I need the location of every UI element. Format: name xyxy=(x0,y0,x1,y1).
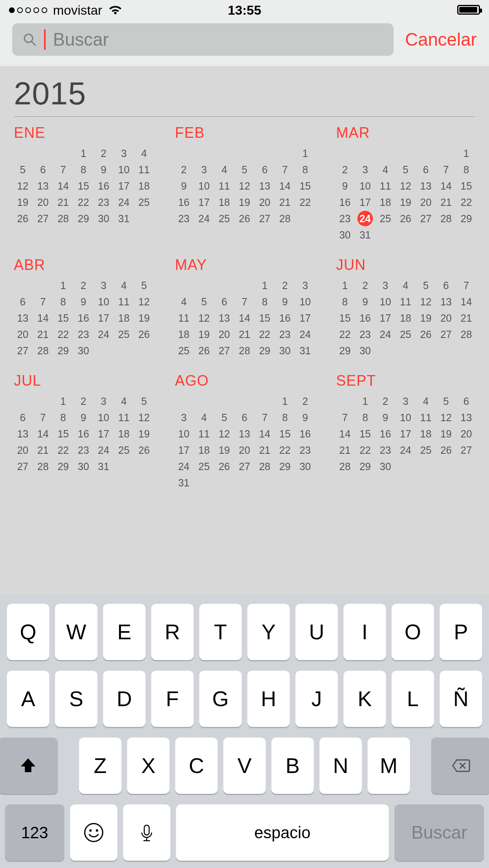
day-cell[interactable]: 14 xyxy=(256,427,274,441)
day-cell[interactable]: 10 xyxy=(397,411,415,424)
day-cell[interactable]: 30 xyxy=(296,459,314,473)
day-cell[interactable]: 19 xyxy=(195,327,213,341)
key-l[interactable]: L xyxy=(392,671,434,727)
day-cell[interactable]: 20 xyxy=(256,195,274,209)
day-cell[interactable]: 3 xyxy=(115,146,133,160)
day-cell[interactable]: 7 xyxy=(457,278,475,292)
day-cell[interactable]: 4 xyxy=(397,278,415,292)
day-cell[interactable]: 24 xyxy=(175,459,193,473)
day-cell[interactable]: 8 xyxy=(457,163,475,177)
day-cell[interactable]: 9 xyxy=(75,411,93,424)
day-cell[interactable]: 29 xyxy=(54,344,72,358)
day-cell[interactable]: 15 xyxy=(54,427,72,441)
calendar-year-view[interactable]: 2015 ENE12345678910111213141516171819202… xyxy=(0,66,489,507)
day-cell[interactable]: 10 xyxy=(115,163,133,177)
day-cell[interactable]: 29 xyxy=(336,344,354,358)
day-cell[interactable]: 13 xyxy=(14,311,32,325)
day-cell[interactable]: 19 xyxy=(437,427,455,441)
day-cell[interactable]: 1 xyxy=(75,146,93,160)
day-cell[interactable]: 12 xyxy=(135,411,153,424)
day-cell[interactable]: 4 xyxy=(216,163,233,177)
day-cell[interactable]: 11 xyxy=(115,411,133,424)
day-cell[interactable]: 11 xyxy=(195,427,213,441)
key-w[interactable]: W xyxy=(55,604,97,660)
day-cell[interactable]: 17 xyxy=(397,427,415,441)
day-cell[interactable]: 7 xyxy=(34,411,52,424)
day-cell[interactable]: 9 xyxy=(276,295,294,309)
day-cell[interactable]: 18 xyxy=(417,427,435,441)
day-cell[interactable]: 24 xyxy=(95,327,112,341)
day-cell[interactable]: 4 xyxy=(115,394,133,408)
day-cell[interactable]: 5 xyxy=(437,394,455,408)
day-cell[interactable]: 3 xyxy=(397,394,415,408)
day-cell[interactable]: 21 xyxy=(34,327,52,341)
day-cell[interactable]: 7 xyxy=(336,411,354,424)
day-cell[interactable]: 21 xyxy=(54,195,72,209)
day-cell[interactable]: 6 xyxy=(34,163,52,177)
shift-key[interactable] xyxy=(0,738,58,794)
day-cell[interactable]: 4 xyxy=(377,163,394,177)
day-cell[interactable]: 28 xyxy=(457,327,475,341)
day-cell[interactable]: 10 xyxy=(296,295,314,309)
numbers-key[interactable]: 123 xyxy=(5,804,64,861)
day-cell[interactable]: 10 xyxy=(95,411,112,424)
day-cell[interactable]: 2 xyxy=(377,394,394,408)
day-cell[interactable]: 18 xyxy=(195,443,213,457)
day-cell[interactable]: 22 xyxy=(75,195,93,209)
day-cell[interactable]: 25 xyxy=(377,212,394,225)
month-sept[interactable]: SEPT123456789101112131415161718192021222… xyxy=(336,372,475,490)
month-mar[interactable]: MAR1234567891011121314151617181920212223… xyxy=(336,124,475,242)
day-cell[interactable]: 1 xyxy=(336,278,354,292)
day-cell[interactable]: 17 xyxy=(175,443,193,457)
cancel-button[interactable]: Cancelar xyxy=(405,29,477,50)
key-r[interactable]: R xyxy=(151,604,194,660)
day-cell[interactable]: 11 xyxy=(417,411,435,424)
day-cell[interactable]: 29 xyxy=(256,344,274,358)
day-cell[interactable]: 16 xyxy=(75,311,93,325)
day-cell[interactable]: 25 xyxy=(397,327,415,341)
day-cell[interactable]: 27 xyxy=(457,443,475,457)
day-cell[interactable]: 4 xyxy=(417,394,435,408)
day-cell[interactable]: 9 xyxy=(75,295,93,309)
day-cell[interactable]: 16 xyxy=(336,195,354,209)
day-cell[interactable]: 14 xyxy=(437,179,455,193)
day-cell[interactable]: 21 xyxy=(236,327,253,341)
search-input[interactable]: Buscar xyxy=(12,23,394,56)
key-f[interactable]: F xyxy=(151,671,194,727)
backspace-key[interactable] xyxy=(431,738,489,794)
day-cell[interactable]: 9 xyxy=(296,411,314,424)
day-cell[interactable]: 8 xyxy=(336,295,354,309)
day-cell[interactable]: 31 xyxy=(115,212,133,225)
day-cell[interactable]: 3 xyxy=(95,394,112,408)
day-cell[interactable]: 3 xyxy=(195,163,213,177)
day-cell[interactable]: 25 xyxy=(115,327,133,341)
month-jun[interactable]: JUN1234567891011121314151617181920212223… xyxy=(336,256,475,358)
month-abr[interactable]: ABR1234567891011121314151617181920212223… xyxy=(14,256,153,358)
key-q[interactable]: Q xyxy=(7,604,49,660)
day-cell[interactable]: 29 xyxy=(75,212,93,225)
day-cell[interactable]: 19 xyxy=(135,427,153,441)
day-cell[interactable]: 2 xyxy=(296,394,314,408)
day-cell[interactable]: 20 xyxy=(437,311,455,325)
day-cell[interactable]: 7 xyxy=(276,163,294,177)
day-cell[interactable]: 3 xyxy=(95,278,112,292)
day-cell[interactable]: 20 xyxy=(34,195,52,209)
day-cell[interactable]: 1 xyxy=(296,146,314,160)
day-cell[interactable]: 18 xyxy=(175,327,193,341)
day-cell[interactable]: 20 xyxy=(457,427,475,441)
day-cell[interactable]: 16 xyxy=(75,427,93,441)
day-cell[interactable]: 3 xyxy=(377,278,394,292)
month-feb[interactable]: FEB1234567891011121314151617181920212223… xyxy=(175,124,314,242)
day-cell[interactable]: 8 xyxy=(256,295,274,309)
day-cell[interactable]: 26 xyxy=(195,344,213,358)
day-cell[interactable]: 31 xyxy=(175,476,193,490)
day-cell[interactable]: 22 xyxy=(276,443,294,457)
day-cell[interactable]: 23 xyxy=(336,212,354,225)
key-c[interactable]: C xyxy=(175,738,218,794)
day-cell[interactable]: 18 xyxy=(397,311,415,325)
day-cell[interactable]: 14 xyxy=(336,427,354,441)
day-cell[interactable]: 19 xyxy=(216,443,233,457)
day-cell[interactable]: 19 xyxy=(236,195,253,209)
day-cell[interactable]: 1 xyxy=(54,278,72,292)
day-cell[interactable]: 17 xyxy=(296,311,314,325)
